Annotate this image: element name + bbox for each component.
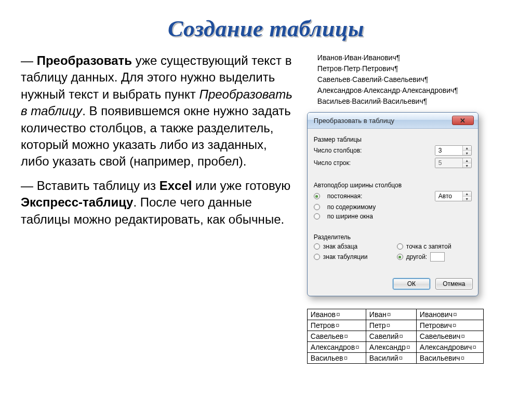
paragraph-1: — Преобразовать уже существующий текст в… [21,52,297,170]
group-label: Разделитель [314,234,472,241]
sep-other-input[interactable] [430,252,445,262]
fixed-width-label: постоянная: [327,193,431,200]
spinner-up-icon[interactable]: ▲ [463,146,471,150]
spinner-down-icon: ▼ [463,163,471,168]
by-window-label: по ширине окна [327,213,472,220]
group-label: Автоподбор ширины столбцов [314,182,472,189]
dialog-title-text: Преобразовать в таблицу [314,117,394,125]
group-label: Размер таблицы [314,136,472,143]
fixed-width-input[interactable] [435,191,462,201]
cancel-button[interactable]: Отмена [435,278,473,290]
table-row: Александров Александр Александрович [307,342,483,353]
sep-paragraph-label: знак абзаца [323,243,357,250]
columns-spinner[interactable]: ▲ ▼ [435,145,472,156]
table-cell: Савельев [307,331,366,342]
paragraph-2: — Вставить таблицу из Excel или уже гото… [21,177,297,228]
sep-tab-label: знак табуляции [323,253,368,260]
table-cell: Петрович [416,320,483,331]
table-cell: Петр [366,320,416,331]
list-item: Александров·Александр·Александрович [317,85,458,96]
spinner-up-icon: ▲ [463,158,471,163]
table-cell: Васильев [307,353,366,364]
table-row: Савельев Савелий Савельевич [307,331,483,342]
radio-tab[interactable] [314,254,320,260]
columns-label: Число столбцов: [314,147,431,154]
list-item: Савельев·Савелий·Савельевич [317,74,458,85]
bold-text: Экспресс-таблицу [21,195,133,209]
sep-semicolon-label: точка с запятой [406,243,451,250]
radio-semicolon[interactable] [397,243,403,250]
article-body: — Преобразовать уже существующий текст в… [21,52,297,364]
text: — [21,53,37,67]
table-cell: Александров [307,342,366,353]
rows-spinner: ▲ ▼ [435,158,472,168]
table-cell: Савелий [366,331,416,342]
by-content-label: по содержимому [327,203,472,211]
ok-button[interactable]: ОК [393,278,430,290]
spinner-down-icon[interactable]: ▼ [463,196,471,201]
close-button[interactable]: ✕ [452,116,474,125]
source-text-list: Иванов·Иван·Иванович Петров·Петр·Петрови… [307,52,458,107]
fixed-width-spinner[interactable]: ▲ ▼ [435,191,472,201]
convert-to-table-dialog: Преобразовать в таблицу ✕ Размер таблицы… [307,112,478,296]
radio-by-content[interactable] [314,204,320,210]
text: — Вставить таблицу из [21,179,159,193]
dialog-titlebar[interactable]: Преобразовать в таблицу ✕ [308,113,478,129]
spinner-down-icon[interactable]: ▼ [463,150,471,155]
bold-text: Excel [159,179,192,193]
sep-other-label: другой: [406,253,427,260]
autofit-group: Автоподбор ширины столбцов постоянная: ▲… [314,179,472,226]
rows-label: Число строк: [314,159,431,167]
table-size-group: Размер таблицы Число столбцов: ▲ ▼ Число [314,133,472,174]
columns-input[interactable] [435,146,462,155]
radio-paragraph[interactable] [314,243,320,250]
table-row: Иванов Иван Иванович [307,309,483,320]
radio-other[interactable] [397,254,403,260]
radio-fixed[interactable] [314,193,320,199]
table-row: Петров Петр Петрович [307,320,483,331]
text: или уже готовую [192,179,290,193]
table-cell: Иван [366,309,416,320]
table-cell: Иванович [416,309,483,320]
result-table: Иванов Иван Иванович Петров Петр Петрови… [307,309,484,364]
list-item: Васильев·Василий·Васильевич [317,96,458,107]
table-cell: Александр [366,342,416,353]
spinner-up-icon[interactable]: ▲ [463,191,471,196]
separator-group: Разделитель знак абзаца точка с запятой … [314,230,472,266]
radio-by-window[interactable] [314,213,320,219]
table-cell: Василий [366,353,416,364]
list-item: Иванов·Иван·Иванович [317,52,458,63]
table-cell: Иванов [307,309,366,320]
list-item: Петров·Петр·Петрович [317,63,458,74]
table-cell: Александрович [416,342,483,353]
page-title: Создание таблицы [21,16,511,42]
rows-input [435,158,462,168]
bold-text: Преобразовать [37,53,132,67]
table-cell: Петров [307,320,366,331]
table-cell: Васильевич [416,353,483,364]
close-icon: ✕ [460,117,466,125]
table-cell: Савельевич [416,331,483,342]
table-row: Васильев Василий Васильевич [307,353,483,364]
